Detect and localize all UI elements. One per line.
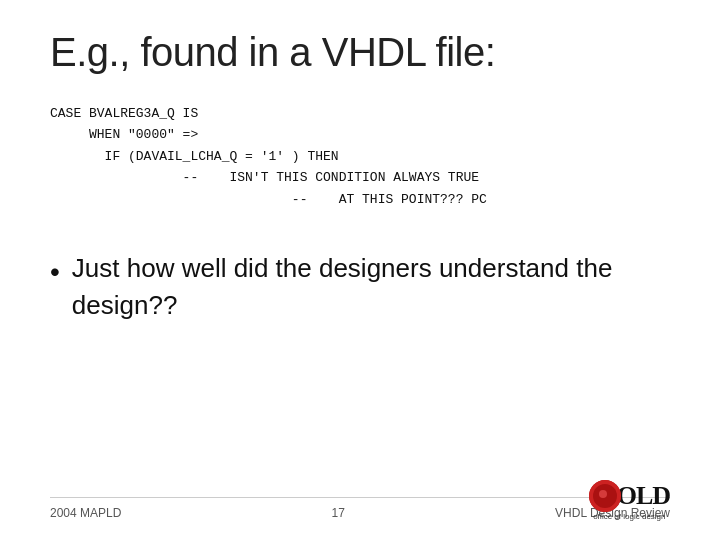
bullet-section: • Just how well did the designers unders…: [50, 250, 670, 323]
logo-text: OLD: [617, 481, 670, 511]
logo-subtitle: office of logic design: [593, 512, 665, 522]
code-block: CASE BVALREG3A_Q IS WHEN "0000" => IF (D…: [50, 103, 670, 210]
slide: E.g., found in a VHDL file: CASE BVALREG…: [0, 0, 720, 540]
code-line-3: IF (DAVAIL_LCHA_Q = '1' ) THEN: [50, 146, 670, 167]
code-line-1: CASE BVALREG3A_Q IS: [50, 103, 670, 124]
logo-icon: [589, 480, 621, 512]
logo-container: OLD office of logic design: [589, 480, 670, 522]
slide-footer: 2004 MAPLD 17 VHDL Design Review: [50, 497, 670, 520]
code-line-4: -- ISN'T THIS CONDITION ALWAYS TRUE: [50, 167, 670, 188]
bullet-text: Just how well did the designers understa…: [72, 250, 670, 323]
svg-point-2: [599, 490, 607, 498]
footer-year: 2004 MAPLD: [50, 506, 121, 520]
code-line-2: WHEN "0000" =>: [50, 124, 670, 145]
bullet-item: • Just how well did the designers unders…: [50, 250, 670, 323]
slide-title: E.g., found in a VHDL file:: [50, 30, 670, 75]
footer-page: 17: [332, 506, 345, 520]
logo-box: OLD: [589, 480, 670, 512]
code-line-5: -- AT THIS POINT??? PC: [50, 189, 670, 210]
bullet-dot: •: [50, 252, 60, 291]
logo-wrapper: OLD office of logic design: [589, 480, 670, 522]
